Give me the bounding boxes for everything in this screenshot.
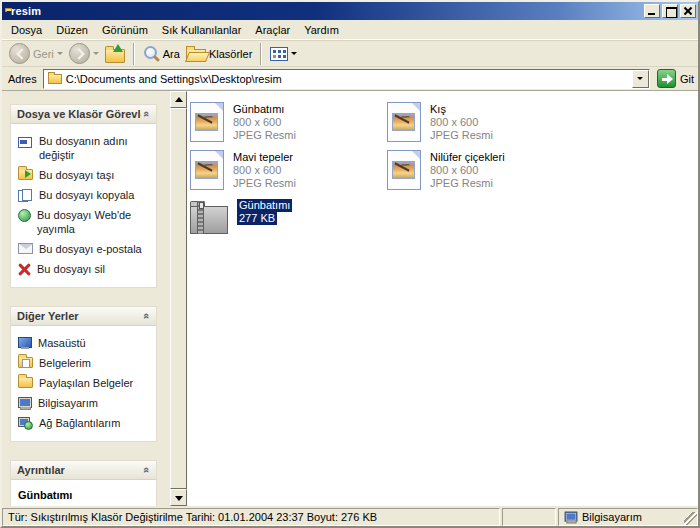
menu-item-4[interactable]: Araçlar bbox=[248, 22, 297, 38]
icon-part bbox=[190, 206, 228, 234]
collapse-icon[interactable] bbox=[144, 310, 150, 322]
file-detail: 800 x 600 bbox=[233, 116, 296, 129]
window-title: resim bbox=[11, 5, 642, 17]
other-places-list: MasaüstüBelgelerimPaylaşılan BelgelerBil… bbox=[11, 326, 156, 441]
computer-icon bbox=[565, 511, 578, 523]
scrollbar-thumb[interactable] bbox=[170, 108, 187, 489]
icon-part bbox=[197, 114, 212, 123]
file-name: Mavi tepeler bbox=[233, 151, 296, 164]
file-tile[interactable]: Mavi tepeler800 x 600JPEG Resmi bbox=[190, 150, 387, 198]
back-dropdown-icon[interactable] bbox=[57, 52, 63, 55]
menu-item-0[interactable]: Dosya bbox=[4, 22, 49, 38]
file-detail: 277 KB bbox=[237, 212, 292, 225]
task-link[interactable]: Bu dosyanın adını değiştir bbox=[18, 131, 152, 165]
close-button[interactable] bbox=[680, 4, 696, 18]
jpeg-file-icon bbox=[190, 150, 224, 190]
icon-part bbox=[197, 201, 204, 234]
forward-icon bbox=[69, 43, 90, 64]
resize-grip[interactable] bbox=[684, 512, 697, 525]
place-link[interactable]: Paylaşılan Belgeler bbox=[18, 373, 152, 393]
place-link[interactable]: Ağ Bağlantılarım bbox=[18, 413, 152, 433]
icon-part bbox=[392, 113, 415, 131]
computer-icon bbox=[18, 397, 32, 410]
back-icon bbox=[9, 43, 30, 64]
folders-button[interactable]: Klasörler bbox=[183, 42, 255, 66]
up-button[interactable] bbox=[102, 42, 128, 66]
go-button[interactable] bbox=[657, 69, 676, 88]
address-value[interactable]: C:\Documents and Settings\x\Desktop\resi… bbox=[66, 73, 632, 85]
menu-item-1[interactable]: Düzen bbox=[49, 22, 95, 38]
icon-part bbox=[394, 114, 409, 123]
file-tile[interactable]: Günbatımı800 x 600JPEG Resmi bbox=[190, 102, 387, 150]
status-info-panel: Tür: Sıkıştırılmış Klasör Değiştirilme T… bbox=[2, 508, 500, 526]
task-link[interactable]: Bu dosyayı taşı bbox=[18, 165, 152, 185]
file-tile[interactable]: Nilüfer çiçekleri800 x 600JPEG Resmi bbox=[387, 150, 584, 198]
search-button[interactable]: Ara bbox=[140, 42, 183, 66]
icon-part bbox=[215, 103, 223, 111]
file-detail: JPEG Resmi bbox=[430, 177, 505, 190]
jpeg-file-icon bbox=[387, 102, 421, 142]
menu-item-3[interactable]: Sık Kullanılanlar bbox=[155, 22, 249, 38]
task-link[interactable]: Bu dosyayı sil bbox=[18, 259, 152, 279]
file-tile[interactable]: Kış800 x 600JPEG Resmi bbox=[387, 102, 584, 150]
folders-label: Klasörler bbox=[209, 48, 252, 60]
menu-item-2[interactable]: Görünüm bbox=[95, 22, 155, 38]
zip-folder-icon bbox=[190, 201, 228, 234]
back-button[interactable]: Geri bbox=[6, 42, 66, 66]
file-name: Günbatımı bbox=[237, 199, 292, 212]
icon-part bbox=[392, 161, 415, 179]
place-link[interactable]: Masaüstü bbox=[18, 333, 152, 353]
icon-part bbox=[215, 151, 223, 159]
views-button[interactable] bbox=[267, 42, 300, 66]
file-detail: JPEG Resmi bbox=[233, 177, 296, 190]
icon-part bbox=[197, 162, 212, 171]
task-link[interactable]: Bu dosyayı e-postala bbox=[18, 239, 152, 259]
task-link[interactable]: Bu dosyayı kopyala bbox=[18, 185, 152, 205]
place-link[interactable]: Bilgisayarım bbox=[18, 393, 152, 413]
file-name: Nilüfer çiçekleri bbox=[430, 151, 505, 164]
file-tile[interactable]: Günbatımı277 KB bbox=[190, 198, 387, 246]
minimize-button[interactable] bbox=[644, 4, 660, 18]
title-bar[interactable]: resim bbox=[2, 2, 698, 20]
forward-dropdown-icon[interactable] bbox=[93, 52, 99, 55]
scroll-down-button[interactable] bbox=[170, 489, 187, 506]
address-input[interactable]: C:\Documents and Settings\x\Desktop\resi… bbox=[43, 69, 650, 89]
search-icon bbox=[143, 45, 160, 62]
task-link[interactable]: Bu dosyayı Web'de yayımla bbox=[18, 205, 152, 239]
shared-folder-icon bbox=[18, 377, 33, 388]
menu-bar: DosyaDüzenGörünümSık KullanılanlarAraçla… bbox=[2, 20, 698, 40]
go-label: Git bbox=[680, 73, 694, 85]
window-folder-icon bbox=[5, 10, 7, 12]
toolbar-separator bbox=[260, 43, 262, 65]
menu-item-5[interactable]: Yardım bbox=[297, 22, 346, 38]
network-icon bbox=[18, 417, 33, 430]
address-label: Adres bbox=[8, 73, 37, 85]
delete-icon bbox=[18, 263, 31, 276]
collapse-icon[interactable] bbox=[144, 108, 150, 120]
scroll-up-button[interactable] bbox=[170, 91, 187, 108]
file-name: Günbatımı bbox=[233, 103, 296, 116]
file-tasks-header[interactable]: Dosya ve Klasör Görevleri bbox=[11, 105, 156, 124]
file-detail: JPEG Resmi bbox=[430, 129, 493, 142]
file-tile-text: Günbatımı277 KB bbox=[237, 198, 292, 225]
place-link[interactable]: Belgelerim bbox=[18, 353, 152, 373]
copy-icon bbox=[18, 189, 33, 202]
views-dropdown-icon[interactable] bbox=[291, 52, 297, 55]
details-body: Günbatımı Sıkıştırılmış Klasör Değiştiri… bbox=[11, 480, 156, 506]
icon-part bbox=[412, 103, 420, 111]
address-dropdown-button[interactable] bbox=[632, 70, 649, 88]
desktop-icon bbox=[18, 337, 32, 350]
jpeg-file-icon bbox=[190, 102, 224, 142]
file-name-selected: Günbatımı bbox=[237, 199, 292, 212]
maximize-button[interactable] bbox=[662, 4, 678, 18]
sidebar-scrollbar[interactable] bbox=[170, 91, 187, 506]
other-places-header[interactable]: Diğer Yerler bbox=[11, 307, 156, 326]
forward-button[interactable] bbox=[66, 42, 102, 66]
file-list-area[interactable]: Günbatımı800 x 600JPEG ResmiKış800 x 600… bbox=[187, 91, 698, 506]
file-tile-text: Nilüfer çiçekleri800 x 600JPEG Resmi bbox=[430, 150, 505, 190]
task-link-label: Bu dosyayı e-postala bbox=[39, 242, 142, 256]
details-header[interactable]: Ayrıntılar bbox=[11, 461, 156, 480]
file-tile-text: Kış800 x 600JPEG Resmi bbox=[430, 102, 493, 142]
collapse-icon[interactable] bbox=[144, 464, 150, 476]
task-link-label: Bu dosyanın adını değiştir bbox=[39, 134, 152, 162]
